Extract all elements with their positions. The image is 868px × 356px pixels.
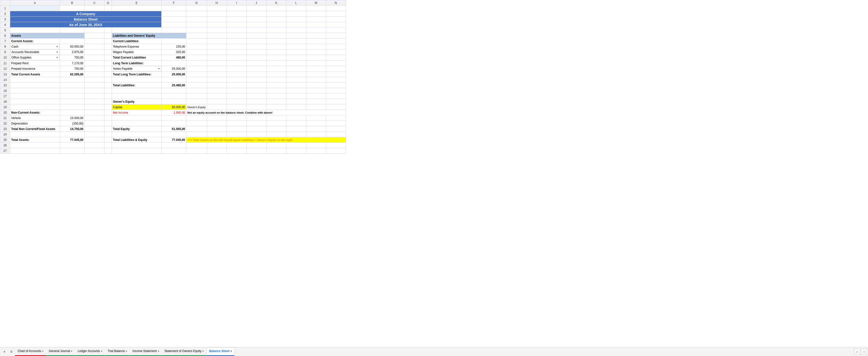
cell-j14[interactable]	[246, 77, 266, 83]
tab-statement-owners-equity[interactable]: Statement of Owners Equity ▾	[162, 347, 207, 356]
cell-h11[interactable]	[207, 61, 226, 66]
cell-c9[interactable]	[85, 50, 104, 55]
cell-f16[interactable]	[161, 88, 186, 94]
cell-m17[interactable]	[306, 94, 326, 99]
cell-c24[interactable]	[85, 132, 104, 137]
cell-h21[interactable]	[207, 116, 226, 121]
cell-l16[interactable]	[286, 88, 306, 94]
tab-la-dropdown-icon[interactable]: ▾	[101, 350, 102, 353]
cell-j18[interactable]	[246, 99, 266, 104]
cell-g4[interactable]	[186, 22, 207, 28]
cell-h24[interactable]	[207, 132, 226, 137]
cell-c7[interactable]	[85, 38, 104, 44]
cell-g22[interactable]	[186, 121, 207, 126]
cell-n19[interactable]	[326, 104, 346, 110]
cell-c12[interactable]	[85, 66, 104, 72]
cell-h7[interactable]	[207, 38, 226, 44]
cell-office[interactable]: Office Supplies▼	[10, 55, 60, 60]
cell-total-curr-liab[interactable]: Total Current Liabilities	[112, 55, 161, 61]
cell-f11[interactable]	[161, 61, 186, 66]
cell-f24[interactable]	[161, 132, 186, 137]
cell-m10[interactable]	[306, 55, 326, 61]
cell-f5[interactable]	[161, 28, 186, 33]
cell-m12[interactable]	[306, 66, 326, 72]
cell-l13[interactable]	[286, 72, 306, 77]
cell-l10[interactable]	[286, 55, 306, 61]
cell-m4[interactable]	[306, 22, 326, 28]
cell-j26[interactable]	[246, 143, 266, 148]
cell-c27[interactable]	[85, 148, 104, 154]
cell-m13[interactable]	[306, 72, 326, 77]
cell-i19[interactable]	[226, 104, 246, 110]
cell-e17[interactable]	[112, 94, 161, 99]
cell-g5[interactable]	[186, 28, 207, 33]
cell-total-liab-equity-val[interactable]: 77.045,00	[161, 137, 186, 143]
cell-m11[interactable]	[306, 61, 326, 66]
cell-n3[interactable]	[326, 17, 346, 22]
cell-j11[interactable]	[246, 61, 266, 66]
tab-general-journal[interactable]: General Journal ▾	[46, 347, 75, 356]
cell-k12[interactable]	[266, 66, 286, 72]
cell-l19[interactable]	[286, 104, 306, 110]
cell-h27[interactable]	[207, 148, 226, 154]
cell-h19[interactable]	[207, 104, 226, 110]
cell-j3[interactable]	[246, 17, 266, 22]
cell-d21[interactable]	[104, 116, 112, 121]
cell-i7[interactable]	[226, 38, 246, 44]
cell-k13[interactable]	[266, 72, 286, 77]
cell-f7[interactable]	[161, 38, 186, 44]
cell-owners-equity-hdr[interactable]: Owner's Equity	[112, 99, 161, 104]
cell-cash[interactable]: Cash▼	[10, 44, 60, 50]
cell-g19[interactable]: Owner's Equity	[186, 104, 207, 110]
cell-prepaid-ins-val[interactable]: 750,00	[60, 66, 85, 72]
cell-assets-header[interactable]: Assets	[10, 33, 85, 38]
tab-tb-dropdown-icon[interactable]: ▾	[126, 350, 127, 353]
cell-g11[interactable]	[186, 61, 207, 66]
cell-j27[interactable]	[246, 148, 266, 154]
cell-notes-payable[interactable]: Notes Payable▼	[112, 66, 161, 71]
cell-n18[interactable]	[326, 99, 346, 104]
cell-title-2[interactable]: Balance Sheet	[10, 17, 161, 22]
cell-g1[interactable]	[186, 6, 207, 11]
cell-n16[interactable]	[326, 88, 346, 94]
cell-d10[interactable]	[104, 55, 112, 61]
cell-l4[interactable]	[286, 22, 306, 28]
cell-total-liab[interactable]: Total Liabilities:	[112, 83, 161, 88]
cell-j8[interactable]	[246, 44, 266, 50]
cell-f4[interactable]	[161, 22, 186, 28]
cell-j13[interactable]	[246, 72, 266, 77]
cell-d27[interactable]	[104, 148, 112, 154]
cell-n12[interactable]	[326, 66, 346, 72]
cell-n1[interactable]	[326, 6, 346, 11]
cell-n6[interactable]	[326, 33, 346, 38]
cell-d13[interactable]	[104, 72, 112, 77]
cell-n9[interactable]	[326, 50, 346, 55]
cell-k14[interactable]	[266, 77, 286, 83]
cell-n21[interactable]	[326, 116, 346, 121]
cell-k7[interactable]	[266, 38, 286, 44]
cell-i6[interactable]	[226, 33, 246, 38]
cell-i21[interactable]	[226, 116, 246, 121]
cell-i15[interactable]	[226, 83, 246, 88]
cell-n10[interactable]	[326, 55, 346, 61]
cell-l18[interactable]	[286, 99, 306, 104]
cell-c8[interactable]	[85, 44, 104, 50]
cell-l21[interactable]	[286, 116, 306, 121]
cell-n7[interactable]	[326, 38, 346, 44]
sheet-area[interactable]: A B C D E F G H I J K L M N	[0, 0, 868, 347]
cell-g10[interactable]	[186, 55, 207, 61]
cell-m8[interactable]	[306, 44, 326, 50]
tab-bs-dropdown-icon[interactable]: ▾	[230, 350, 232, 353]
cell-net-income-note[interactable]: Not an equity account on the balance she…	[186, 110, 346, 116]
add-sheet-button[interactable]: +	[1, 348, 8, 355]
cell-g14[interactable]	[186, 77, 207, 83]
cell-telephone-val[interactable]: 155,00	[161, 44, 186, 50]
cell-f17[interactable]	[161, 94, 186, 99]
cell-l7[interactable]	[286, 38, 306, 44]
cell-i13[interactable]	[226, 72, 246, 77]
cell-b27[interactable]	[60, 148, 85, 154]
cell-total-assets-val[interactable]: 77.045,00	[60, 137, 85, 143]
cell-h15[interactable]	[207, 83, 226, 88]
cell-d7[interactable]	[104, 38, 112, 44]
cell-l2[interactable]	[286, 11, 306, 17]
